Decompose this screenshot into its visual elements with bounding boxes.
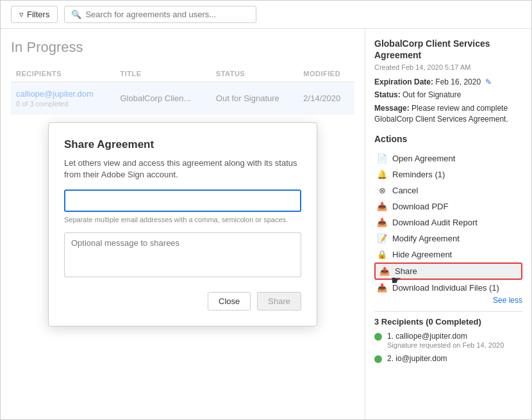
- see-less-link[interactable]: See less: [374, 296, 522, 305]
- filter-button[interactable]: ▿ Filters: [11, 6, 58, 23]
- share-label: Share: [395, 266, 417, 276]
- action-item-open[interactable]: 📄Open Agreement: [374, 150, 522, 166]
- recipient-item-0: 1. calliope@jupiter.domSignature request…: [374, 332, 522, 349]
- modal-title: Share Agreement: [64, 138, 301, 151]
- hide-icon: 🔒: [377, 250, 387, 259]
- status-value: Out for Signature: [403, 90, 461, 99]
- modify-label: Modify Agreement: [392, 234, 460, 243]
- reminders-icon: 🔔: [377, 170, 387, 179]
- actions-list: 📄Open Agreement🔔Reminders (1)⊗Cancel📥Dow…: [374, 150, 522, 296]
- message-textarea[interactable]: [64, 232, 301, 277]
- download-pdf-label: Download PDF: [392, 202, 448, 211]
- download-audit-icon: 📥: [377, 218, 387, 227]
- app-container: ▿ Filters 🔍 In Progress RECIPIENTS TITLE…: [0, 0, 532, 420]
- recipients-list: 1. calliope@jupiter.domSignature request…: [374, 332, 522, 363]
- action-item-reminders[interactable]: 🔔Reminders (1): [374, 166, 522, 182]
- recipient-info-1: 2. io@jupiter.dom: [387, 354, 447, 363]
- right-panel: GlobalCorp Client Services Agreement Cre…: [365, 29, 531, 420]
- left-panel: In Progress RECIPIENTS TITLE STATUS MODI…: [1, 29, 365, 420]
- expiration-label: Expiration Date:: [374, 77, 433, 86]
- share-icon: 📤: [379, 266, 390, 276]
- recipient-name-0: 1. calliope@jupiter.dom: [387, 332, 504, 341]
- close-button[interactable]: Close: [208, 292, 251, 311]
- action-item-hide[interactable]: 🔒Hide Agreement: [374, 246, 522, 262]
- divider: [374, 311, 522, 312]
- status-field: Status: Out for Signature: [374, 90, 522, 99]
- modal-description: Let others view and access this agreemen…: [64, 158, 301, 181]
- search-icon: 🔍: [71, 10, 81, 19]
- share-agreement-modal: Share Agreement Let others view and acce…: [48, 122, 317, 327]
- download-audit-label: Download Audit Report: [392, 218, 478, 227]
- modal-footer: Close Share: [64, 292, 301, 311]
- search-input[interactable]: [85, 10, 249, 19]
- expiration-field: Expiration Date: Feb 16, 2020 ✎: [374, 77, 522, 86]
- message-field: Message: Please review and complete Glob…: [374, 103, 522, 125]
- filter-icon: ▿: [19, 10, 24, 19]
- cancel-label: Cancel: [392, 186, 418, 195]
- recipient-sub-0: Signature requested on Feb 14, 2020: [387, 341, 504, 349]
- modal-overlay: Share Agreement Let others view and acce…: [1, 29, 365, 420]
- modal-hint: Separate multiple email addresses with a…: [64, 216, 301, 223]
- action-item-modify[interactable]: 📝Modify Agreement: [374, 230, 522, 246]
- recipients-title: 3 Recipients (0 Completed): [374, 317, 522, 327]
- status-label: Status:: [374, 90, 401, 99]
- main-layout: In Progress RECIPIENTS TITLE STATUS MODI…: [1, 29, 531, 420]
- recipient-item-1: 2. io@jupiter.dom: [374, 354, 522, 363]
- filter-label: Filters: [27, 10, 49, 19]
- hide-label: Hide Agreement: [392, 250, 452, 259]
- email-input[interactable]: [64, 190, 301, 212]
- recipient-dot-0: [374, 333, 382, 341]
- share-button[interactable]: Share: [257, 292, 301, 311]
- message-label: Message:: [374, 104, 410, 113]
- modify-icon: 📝: [377, 234, 387, 243]
- download-pdf-icon: 📥: [377, 202, 387, 211]
- cancel-icon: ⊗: [377, 186, 387, 195]
- agreement-created: Created Feb 14, 2020 5:17 AM: [374, 63, 522, 71]
- reminders-label: Reminders (1): [392, 170, 445, 179]
- edit-expiration-icon[interactable]: ✎: [485, 77, 492, 86]
- action-item-download-files[interactable]: 📥Download Individual Files (1): [374, 280, 522, 296]
- recipient-dot-1: [374, 355, 382, 363]
- expiration-value: Feb 16, 2020: [435, 77, 481, 86]
- agreement-detail-title: GlobalCorp Client Services Agreement: [374, 38, 522, 61]
- recipient-info-0: 1. calliope@jupiter.domSignature request…: [387, 332, 504, 349]
- actions-section-title: Actions: [374, 134, 522, 144]
- action-item-cancel[interactable]: ⊗Cancel: [374, 182, 522, 198]
- open-icon: 📄: [377, 154, 387, 163]
- download-files-icon: 📥: [377, 283, 387, 293]
- search-box: 🔍: [64, 6, 256, 23]
- top-bar: ▿ Filters 🔍: [1, 1, 531, 29]
- action-item-download-audit[interactable]: 📥Download Audit Report: [374, 214, 522, 230]
- action-item-share[interactable]: 📤Share☛: [374, 262, 522, 280]
- recipient-name-1: 2. io@jupiter.dom: [387, 354, 447, 363]
- action-item-download-pdf[interactable]: 📥Download PDF: [374, 198, 522, 214]
- open-label: Open Agreement: [392, 154, 455, 163]
- download-files-label: Download Individual Files (1): [392, 283, 499, 293]
